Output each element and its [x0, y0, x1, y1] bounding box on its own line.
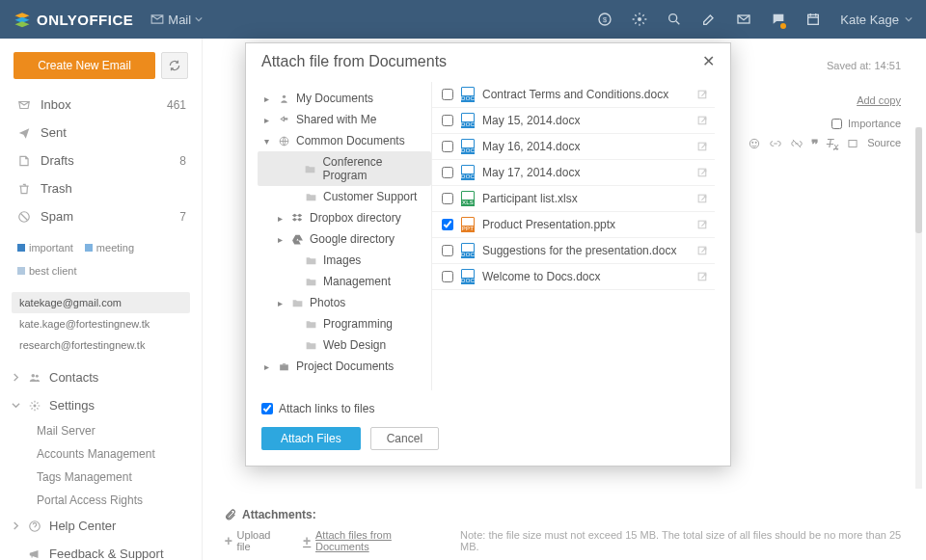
tree-item[interactable]: Management [258, 271, 431, 292]
file-row[interactable]: Contract Terms and Conditions.docx [432, 82, 715, 108]
file-name: Product Presentation.pptx [482, 218, 689, 231]
tree-item[interactable]: Web Design [258, 334, 431, 356]
share-out-icon[interactable] [696, 167, 709, 179]
tree-project[interactable]: ▸ Project Documents [258, 356, 431, 377]
file-name: May 15, 2014.docx [482, 114, 689, 127]
share-out-icon[interactable] [696, 219, 709, 231]
tree-item[interactable]: ▸ Dropbox directory [258, 207, 431, 228]
file-type-icon [461, 165, 475, 180]
attach-files-button[interactable]: Attach Files [261, 427, 361, 450]
globe-icon [277, 134, 290, 147]
file-checkbox[interactable] [442, 141, 453, 152]
file-type-icon [461, 217, 475, 232]
attach-links-option[interactable]: Attach links to files [261, 402, 715, 415]
file-name: Welcome to Docs.docx [482, 270, 689, 283]
file-checkbox[interactable] [442, 219, 453, 230]
svg-rect-20 [280, 364, 288, 370]
tree-item[interactable]: Images [258, 250, 431, 271]
file-row[interactable]: May 16, 2014.docx [432, 134, 715, 160]
folder-icon [290, 296, 304, 309]
file-list: Contract Terms and Conditions.docx May 1… [431, 82, 715, 390]
tree-item[interactable]: ▸ Photos [258, 292, 431, 313]
file-type-icon [461, 269, 475, 284]
file-name: May 17, 2014.docx [482, 166, 689, 179]
file-checkbox[interactable] [442, 271, 453, 282]
modal-title: Attach file from Documents [261, 53, 702, 70]
file-checkbox[interactable] [442, 89, 453, 100]
gdrive-icon [290, 232, 304, 246]
file-name: May 16, 2014.docx [482, 140, 689, 153]
folder-icon [304, 190, 317, 203]
share-folder-icon [277, 113, 290, 126]
share-out-icon[interactable] [696, 245, 709, 257]
file-type-icon [461, 113, 475, 128]
tree-shared[interactable]: ▸ Shared with Me [258, 109, 431, 130]
folder-tree: ▸ My Documents ▸ Shared with Me ▾ Common… [258, 82, 431, 390]
file-row[interactable]: Product Presentation.pptx [432, 212, 715, 238]
file-name: Suggestions for the presentation.docx [482, 244, 689, 257]
file-row[interactable]: Welcome to Docs.docx [432, 264, 715, 290]
attach-modal: Attach file from Documents ✕ ▸ My Docume… [245, 42, 731, 467]
share-out-icon[interactable] [696, 141, 709, 153]
file-type-icon [461, 87, 475, 102]
folder-icon [304, 338, 317, 352]
dropbox-icon [290, 211, 304, 225]
briefcase-icon [277, 360, 290, 373]
file-type-icon [461, 139, 475, 154]
folder-icon [304, 162, 317, 175]
file-type-icon [461, 191, 475, 206]
user-folder-icon [277, 92, 290, 105]
file-name: Contract Terms and Conditions.docx [482, 88, 689, 101]
tree-common[interactable]: ▾ Common Documents [258, 130, 431, 151]
tree-item[interactable]: Customer Support [258, 186, 431, 207]
tree-my-documents[interactable]: ▸ My Documents [258, 88, 431, 109]
share-out-icon[interactable] [696, 115, 709, 127]
cancel-button[interactable]: Cancel [370, 427, 439, 450]
attach-links-checkbox[interactable] [261, 403, 273, 414]
file-checkbox[interactable] [442, 245, 453, 256]
tree-item[interactable]: Programming [258, 313, 431, 334]
tree-item[interactable]: Conference Program [258, 151, 431, 186]
file-row[interactable]: May 17, 2014.docx [432, 160, 715, 186]
folder-icon [304, 317, 317, 331]
file-checkbox[interactable] [442, 115, 453, 126]
file-row[interactable]: Participant list.xlsx [432, 186, 715, 212]
share-out-icon[interactable] [696, 193, 709, 205]
share-out-icon[interactable] [696, 89, 709, 101]
share-out-icon[interactable] [696, 271, 709, 283]
tree-item[interactable]: ▸ Google directory [258, 228, 431, 250]
file-type-icon [461, 243, 475, 258]
close-icon[interactable]: ✕ [702, 54, 715, 69]
folder-icon [304, 253, 317, 267]
file-checkbox[interactable] [442, 167, 453, 178]
file-checkbox[interactable] [442, 193, 453, 204]
file-row[interactable]: May 15, 2014.docx [432, 108, 715, 134]
file-name: Participant list.xlsx [482, 192, 689, 205]
svg-point-18 [282, 94, 285, 97]
folder-icon [304, 275, 317, 288]
file-row[interactable]: Suggestions for the presentation.docx [432, 238, 715, 264]
